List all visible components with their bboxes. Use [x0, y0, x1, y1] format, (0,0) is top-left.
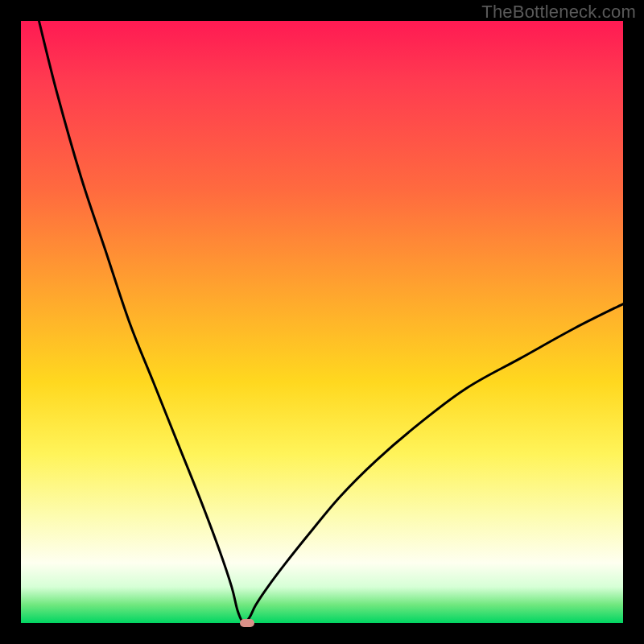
minimum-marker [240, 619, 254, 627]
bottleneck-curve [21, 21, 623, 623]
watermark-text: TheBottleneck.com [481, 2, 636, 23]
chart-frame [21, 21, 623, 623]
curve-path [39, 21, 623, 623]
